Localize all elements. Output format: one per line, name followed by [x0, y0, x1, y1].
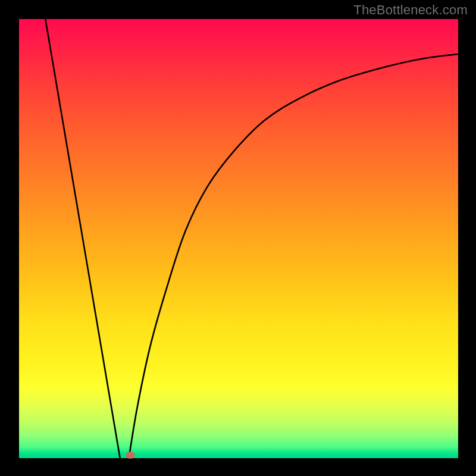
chart-frame: TheBottleneck.com [0, 0, 476, 476]
curve-svg [19, 19, 458, 458]
curve-left-line [45, 19, 120, 458]
curve-right-arc [129, 54, 459, 458]
plot-area [19, 19, 458, 458]
minimum-marker [126, 452, 134, 459]
watermark-text: TheBottleneck.com [353, 2, 468, 18]
